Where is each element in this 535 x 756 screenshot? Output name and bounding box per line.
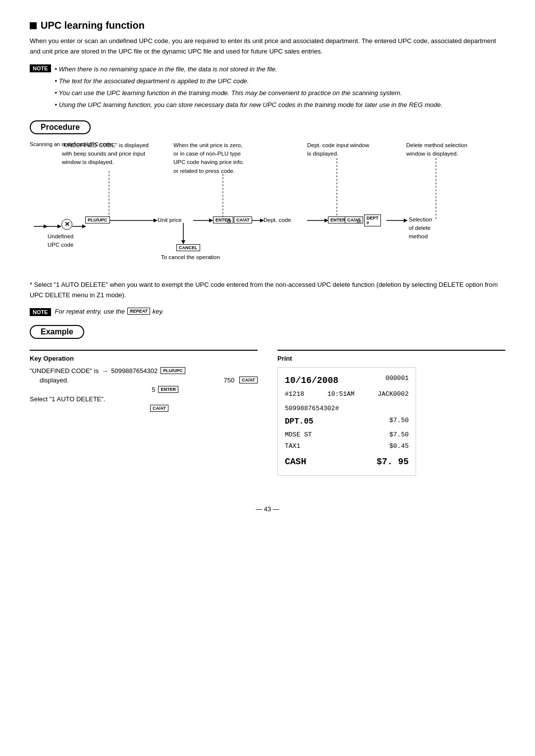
procedure-diagram: "UNDEFINED CODE" is displayedwith beep s… (30, 141, 505, 275)
plu-upc-key: PLU/UPC (85, 216, 110, 223)
key-op-step1: "UNDEFINED CODE" is → 5099887654302 PLU/… (30, 367, 258, 375)
diag-desc10: Delete method selectionwindow is display… (406, 141, 467, 159)
cancel-label: To cancel the operation (161, 254, 220, 260)
enter-key-ex: ENTER (158, 386, 178, 393)
selection-label: Selectionof deletemethod (409, 216, 432, 241)
repeat-note-content: For repeat entry, use the REPEAT key. (55, 308, 164, 315)
undefined-upc-label: UndefinedUPC code (48, 232, 73, 250)
receipt-line3: 5099887654302# (285, 403, 409, 414)
key-op-header: Key Operation (30, 355, 258, 362)
key-op-step4b: CA/AT (30, 405, 168, 412)
receipt-line4: DPT.05 $7.50 (285, 415, 409, 429)
example-header: Example (30, 325, 84, 339)
ca-at-key1: CA/AT (234, 216, 252, 223)
ca-at-key-ex2: CA/AT (150, 405, 168, 412)
intro-text: When you enter or scan an undefined UPC … (30, 36, 505, 57)
receipt-line7: CASH $7. 95 (285, 454, 409, 470)
dept-code-label: Dept. code (264, 217, 291, 223)
note-label: NOTE (30, 64, 51, 72)
key-op-step2: displayed. 750 CA/AT (40, 377, 258, 384)
key-operation-col: Key Operation "UNDEFINED CODE" is → 5099… (30, 350, 258, 476)
note-label-repeat: NOTE (30, 308, 51, 316)
black-square-icon (30, 22, 37, 29)
scan-label: Scanning an undefined UPC code (30, 141, 112, 147)
svg-marker-9 (154, 218, 158, 222)
receipt-line5: MDSE ST $7.50 (285, 429, 409, 440)
or-label2: or (357, 218, 362, 224)
svg-marker-17 (404, 218, 408, 222)
repeat-note-box: NOTE For repeat entry, use the REPEAT ke… (30, 308, 505, 316)
key-op-step3: 5 ENTER (40, 386, 178, 393)
svg-marker-11 (209, 218, 213, 222)
receipt-line2: #1218 10:51AM JACK0002 (285, 388, 409, 400)
page-footer: — 43 — (30, 505, 505, 513)
receipt-line1: 10/16/2008 000001 (285, 373, 409, 388)
repeat-key: REPEAT (127, 308, 150, 315)
print-header: Print (277, 355, 505, 362)
scan-symbol: ✕ (61, 219, 72, 230)
asterisk-note: * Select "1 AUTO DELETE" when you want t… (30, 280, 505, 301)
plu-upc-key-ex: PLU/UPC (160, 367, 185, 374)
svg-marker-7 (82, 224, 86, 228)
print-col: Print 10/16/2008 000001 #1218 10:51AM JA… (277, 350, 505, 476)
svg-marker-21 (44, 224, 48, 228)
page-title: UPC learning function (30, 20, 505, 31)
example-section: Key Operation "UNDEFINED CODE" is → 5099… (30, 350, 505, 476)
unit-price-label: Unit price (158, 217, 182, 223)
svg-marker-5 (57, 224, 61, 228)
procedure-header: Procedure (30, 120, 91, 134)
diag-desc9: Dept. code input windowis displayed. (307, 141, 369, 159)
or-label1: or (227, 218, 232, 224)
dept-key: DEPT# (364, 215, 381, 226)
cancel-key: CANCEL (176, 244, 200, 251)
note-content: • When there is no remaining space in th… (55, 64, 443, 111)
ca-at-key-ex1: CA/AT (239, 377, 258, 383)
receipt-line6: TAX1 $0.45 (285, 440, 409, 452)
print-receipt: 10/16/2008 000001 #1218 10:51AM JACK0002… (277, 367, 416, 476)
note-box: NOTE • When there is no remaining space … (30, 64, 505, 111)
key-op-step4: Select "1 AUTO DELETE". (30, 395, 258, 403)
svg-marker-19 (181, 240, 185, 244)
diag-desc8: When the unit price is zero,or in case o… (173, 141, 244, 175)
arrow1: → (102, 367, 108, 375)
